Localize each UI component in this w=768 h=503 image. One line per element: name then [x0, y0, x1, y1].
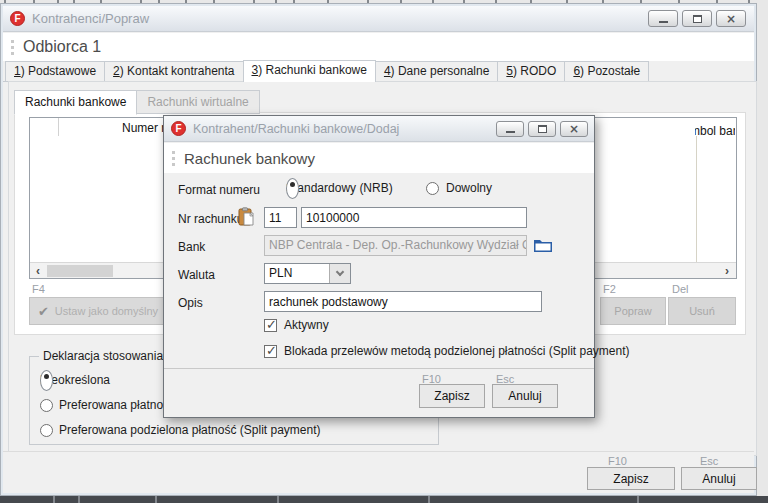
maximize-button[interactable]: [682, 10, 712, 27]
dialog-minimize-button[interactable]: [496, 121, 524, 137]
dialog-window-controls: ×: [496, 121, 588, 137]
dialog-maximize-button[interactable]: [528, 121, 556, 137]
tab-podstawowe[interactable]: 1) Podstawowe: [5, 61, 105, 81]
tab-dane-personalne[interactable]: 4) Dane personalne: [375, 61, 498, 81]
bank-name-field: NBP Centrala - Dep. Op.-Rachunkowy Wydzi…: [264, 235, 527, 256]
radio-standardowy-nrb[interactable]: Standardowy (NRB): [286, 181, 393, 195]
checkbox-blokada-split-payment[interactable]: Blokada przelewów metodą podzielonej pła…: [264, 344, 630, 358]
paste-clipboard-icon[interactable]: [238, 207, 254, 226]
currency-select[interactable]: PLN: [264, 263, 351, 284]
dialog-titlebar[interactable]: F Kontrahent/Rachunki bankowe/Dodaj ×: [164, 116, 594, 142]
maximize-icon: [538, 125, 547, 133]
main-window-title: Kontrahenci/Popraw: [32, 11, 149, 26]
radio-icon: [40, 424, 53, 437]
main-f10-hint: F10: [608, 455, 627, 467]
radio-icon: [286, 178, 299, 199]
dialog-cancel-button[interactable]: Anuluj: [492, 384, 558, 408]
background-bottom-bar: [0, 496, 768, 503]
main-esc-hint: Esc: [700, 455, 718, 467]
maximize-icon: [693, 15, 702, 23]
radio-icon: [40, 399, 53, 412]
opis-label: Opis: [178, 296, 203, 310]
drag-grip-icon: [11, 40, 14, 55]
close-button[interactable]: ×: [716, 10, 746, 27]
tab-bar: 1) Podstawowe 2) Kontakt kontrahenta 3) …: [3, 61, 754, 82]
description-input[interactable]: [264, 291, 542, 312]
currency-dropdown-button[interactable]: [329, 264, 350, 283]
dialog-header: Rachunek bankowy: [164, 143, 594, 173]
check-digits-input[interactable]: [264, 207, 297, 228]
main-cancel-button[interactable]: Anuluj: [681, 467, 757, 490]
minimize-icon: [506, 131, 515, 133]
column-header-symbol-banku[interactable]: Symbol banku: [695, 121, 735, 139]
f2-hint: F2: [603, 283, 616, 295]
radio-dowolny[interactable]: Dowolny: [426, 181, 492, 195]
radio-preferowana-platnosc[interactable]: Preferowana płatność: [40, 398, 175, 412]
set-default-button: ✔ Ustaw jako domyślny: [29, 297, 167, 325]
dialog-header-title: Rachunek bankowy: [184, 150, 315, 167]
delete-button: Usuń: [668, 297, 736, 325]
tab-rodo[interactable]: 5) RODO: [497, 61, 565, 81]
entity-title: Odbiorca 1: [23, 38, 101, 56]
account-number-input[interactable]: [301, 207, 527, 228]
radio-icon: [426, 182, 439, 195]
main-save-button[interactable]: Zapisz: [587, 467, 675, 490]
edit-button: Popraw: [600, 297, 666, 325]
chevron-left-icon: ‹: [36, 264, 40, 278]
dialog-title: Kontrahent/Rachunki bankowe/Dodaj: [193, 122, 399, 136]
scroll-right-button[interactable]: ›: [719, 263, 735, 278]
checkbox-icon: [264, 319, 277, 332]
column-divider: [696, 136, 697, 263]
checkmark-icon: ✔: [38, 304, 49, 319]
minimize-button[interactable]: [648, 10, 678, 27]
app-logo-icon: F: [10, 11, 25, 26]
f4-hint: F4: [32, 283, 45, 295]
dialog-save-button[interactable]: Zapisz: [419, 384, 485, 408]
checkbox-aktywny[interactable]: Aktywny: [264, 318, 329, 332]
column-divider: [58, 118, 59, 136]
app-logo-icon: F: [171, 121, 186, 136]
main-titlebar[interactable]: F Kontrahenci/Popraw ×: [3, 6, 754, 32]
nr-rachunku-label: Nr rachunku: [178, 212, 243, 226]
close-icon: ×: [726, 13, 736, 25]
chevron-down-icon: [336, 268, 344, 276]
currency-value: PLN: [265, 264, 329, 283]
del-hint: Del: [672, 283, 689, 295]
chevron-right-icon: ›: [725, 264, 729, 278]
waluta-label: Waluta: [178, 268, 215, 282]
dialog-close-button[interactable]: ×: [560, 121, 588, 137]
format-numeru-label: Format numeru: [178, 183, 260, 197]
tab-pozostale[interactable]: 6) Pozostałe: [564, 61, 649, 81]
main-window-controls: ×: [648, 10, 746, 27]
drag-grip-icon: [172, 151, 175, 166]
radio-icon: [40, 370, 53, 391]
bank-lookup-folder-icon[interactable]: [533, 236, 553, 254]
main-footer-bar: F10 Zapisz Esc Anuluj: [3, 451, 754, 493]
minimize-icon: [659, 21, 668, 23]
desktop-background: { "main_window": { "title": "Kontrahenci…: [0, 0, 768, 503]
bank-account-dialog: F Kontrahent/Rachunki bankowe/Dodaj × Ra…: [163, 115, 595, 418]
tab-rachunki-bankowe[interactable]: 3) Rachunki bankowe: [243, 60, 376, 82]
bank-label: Bank: [178, 240, 205, 254]
subtab-rachunki-bankowe[interactable]: Rachunki bankowe: [14, 90, 137, 115]
tab-kontakt-kontrahenta[interactable]: 2) Kontakt kontrahenta: [104, 61, 243, 81]
checkbox-icon: [264, 345, 277, 358]
close-icon: ×: [569, 123, 579, 135]
scroll-thumb[interactable]: [47, 265, 113, 277]
subtab-bar: Rachunki bankowe Rachunki wirtualne: [14, 90, 260, 114]
scroll-left-button[interactable]: ‹: [30, 263, 46, 278]
radio-nieokreslona[interactable]: Nieokreślona: [40, 373, 110, 387]
radio-preferowana-podzielona[interactable]: Preferowana podzielona płatność (Split p…: [40, 423, 320, 437]
subtab-rachunki-wirtualne[interactable]: Rachunki wirtualne: [136, 90, 259, 114]
dialog-footer-divider: [164, 368, 594, 369]
entity-header: Odbiorca 1: [3, 33, 754, 61]
